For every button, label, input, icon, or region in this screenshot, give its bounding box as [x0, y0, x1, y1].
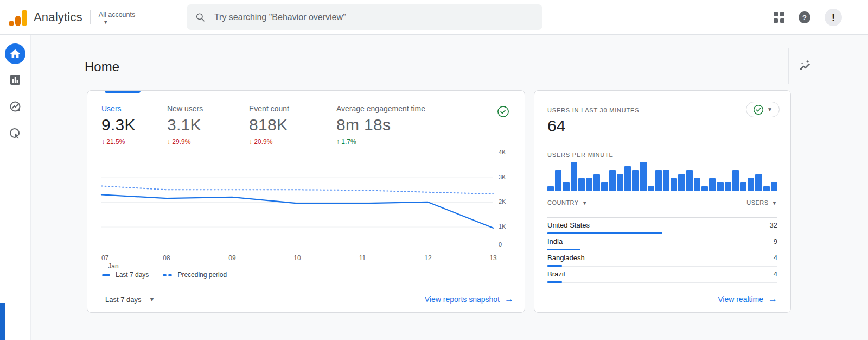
- country-name: United States: [547, 221, 590, 229]
- delta-arrow-icon: ↓: [167, 138, 170, 146]
- country-bar-fill: [547, 281, 562, 283]
- date-range-selector[interactable]: Last 7 days ▼: [105, 295, 155, 304]
- metric-value: 3.1K: [167, 116, 249, 134]
- legend-solid-line-icon: [102, 274, 110, 276]
- insights-sparkline-icon: [799, 59, 813, 73]
- table-row[interactable]: India 9: [547, 234, 777, 250]
- chevron-down-icon: ▼: [582, 200, 588, 206]
- country-column-header[interactable]: COUNTRY ▼: [547, 199, 588, 206]
- sidebar-item-explore[interactable]: [9, 100, 22, 113]
- metric-label: Average engagement time: [336, 104, 425, 113]
- country-bar-track: [547, 281, 777, 283]
- users-line-chart: [101, 153, 493, 251]
- table-row[interactable]: Bangladesh 4: [547, 250, 777, 267]
- legend-label: Preceding period: [177, 271, 227, 279]
- bar-chart-icon: [9, 73, 22, 86]
- metric-tabs: Users 9.3K ↓ 21.5% New users 3.1K ↓ 29.9…: [101, 104, 425, 146]
- sidebar-item-advertising[interactable]: [9, 127, 22, 140]
- legend-label: Last 7 days: [116, 271, 149, 279]
- chevron-down-icon: ▼: [103, 20, 108, 24]
- metric-delta: ↓ 29.9%: [167, 138, 249, 146]
- realtime-card: USERS IN LAST 30 MINUTES ▼ 64 USERS PER …: [534, 90, 791, 313]
- insights-button[interactable]: [796, 56, 815, 75]
- country-users: 32: [770, 221, 777, 229]
- help-icon[interactable]: ?: [799, 11, 810, 23]
- country-bar-track: [547, 265, 777, 267]
- arrow-right-icon: →: [505, 294, 514, 305]
- country-bar-fill: [547, 265, 562, 267]
- avatar[interactable]: !: [825, 9, 842, 26]
- search-bar[interactable]: [187, 4, 542, 30]
- metric-delta: ↓ 20.9%: [249, 138, 336, 146]
- chevron-down-icon: ▼: [767, 106, 773, 112]
- account-switcher[interactable]: All accounts ▼: [99, 11, 135, 24]
- google-analytics-logo-icon: [9, 9, 27, 26]
- metric-tab-avg-engagement-time[interactable]: Average engagement time 8m 18s ↑ 1.7%: [336, 104, 425, 146]
- country-name: India: [547, 237, 563, 245]
- country-users: 4: [774, 254, 777, 262]
- check-circle-icon: [753, 104, 764, 115]
- table-row[interactable]: United States 32: [547, 218, 777, 234]
- chart-legend: Last 7 days Preceding period: [102, 271, 227, 279]
- chevron-down-icon: ▼: [772, 200, 777, 206]
- country-users: 9: [774, 237, 777, 245]
- users-per-minute-bar-chart: [547, 162, 777, 191]
- country-bar-track: [547, 249, 777, 250]
- metric-label: New users: [167, 104, 249, 113]
- country-bar-track: [547, 232, 777, 234]
- metric-value: 8m 18s: [336, 116, 425, 134]
- metric-value: 818K: [249, 116, 336, 134]
- metric-tab-event-count[interactable]: Event count 818K ↓ 20.9%: [249, 104, 336, 146]
- delta-arrow-icon: ↑: [336, 138, 340, 146]
- divider: [788, 48, 789, 84]
- country-name: Brazil: [547, 270, 565, 278]
- users-column-header[interactable]: USERS ▼: [746, 199, 777, 206]
- delta-arrow-icon: ↓: [101, 138, 105, 146]
- country-bar-fill: [547, 232, 662, 234]
- country-bar-fill: [547, 249, 580, 250]
- country-name: Bangladesh: [547, 254, 585, 262]
- divider: [90, 10, 91, 24]
- top-app-bar: Analytics All accounts ▼ ? !: [0, 0, 868, 35]
- metric-label: Users: [101, 104, 167, 113]
- active-tab-indicator: [105, 91, 141, 93]
- metric-value: 9.3K: [101, 116, 167, 134]
- view-reports-snapshot-link[interactable]: View reports snapshot →: [425, 294, 514, 305]
- metric-delta: ↓ 21.5%: [101, 138, 167, 146]
- legend-dashed-line-icon: [163, 274, 172, 276]
- left-edge-accent: [0, 303, 5, 340]
- chevron-down-icon: ▼: [149, 296, 155, 303]
- metric-tab-users[interactable]: Users 9.3K ↓ 21.5%: [101, 104, 167, 146]
- y-axis-labels: 4K3K2K1K0: [499, 153, 515, 251]
- overview-card: Users 9.3K ↓ 21.5% New users 3.1K ↓ 29.9…: [87, 90, 525, 313]
- metric-label: Event count: [249, 104, 336, 113]
- table-row[interactable]: Brazil 4: [547, 267, 777, 283]
- realtime-title: USERS IN LAST 30 MINUTES: [547, 107, 639, 114]
- date-range-label: Last 7 days: [105, 295, 142, 304]
- realtime-status-dropdown[interactable]: ▼: [746, 102, 780, 117]
- x-axis-labels: 07Jan080910111213: [101, 254, 493, 270]
- search-input[interactable]: [214, 12, 534, 22]
- page-title: Home: [85, 59, 119, 74]
- arrow-right-icon: →: [768, 294, 777, 305]
- users-last-30-min-value: 64: [547, 117, 565, 135]
- metric-tab-new-users[interactable]: New users 3.1K ↓ 29.9%: [167, 104, 249, 146]
- app-title: Analytics: [34, 10, 82, 24]
- view-realtime-link[interactable]: View realtime →: [718, 294, 777, 305]
- delta-arrow-icon: ↓: [249, 138, 252, 146]
- main-content: Home Users 9.3K ↓ 21.5% New: [31, 35, 868, 340]
- data-quality-check-icon[interactable]: [497, 105, 509, 120]
- home-icon: [9, 48, 21, 60]
- nav-rail: [0, 35, 31, 340]
- sidebar-item-home[interactable]: [5, 43, 25, 64]
- apps-grid-icon[interactable]: [774, 12, 784, 23]
- users-per-minute-label: USERS PER MINUTE: [547, 152, 614, 158]
- country-users: 4: [774, 270, 777, 278]
- advertising-target-icon: [9, 127, 22, 140]
- sidebar-item-reports[interactable]: [9, 73, 22, 86]
- realtime-country-table: COUNTRY ▼ USERS ▼ United States 32: [547, 199, 777, 283]
- explore-icon: [9, 100, 22, 113]
- metric-delta: ↑ 1.7%: [336, 138, 425, 146]
- account-switcher-label: All accounts: [99, 11, 135, 18]
- search-icon: [195, 12, 206, 23]
